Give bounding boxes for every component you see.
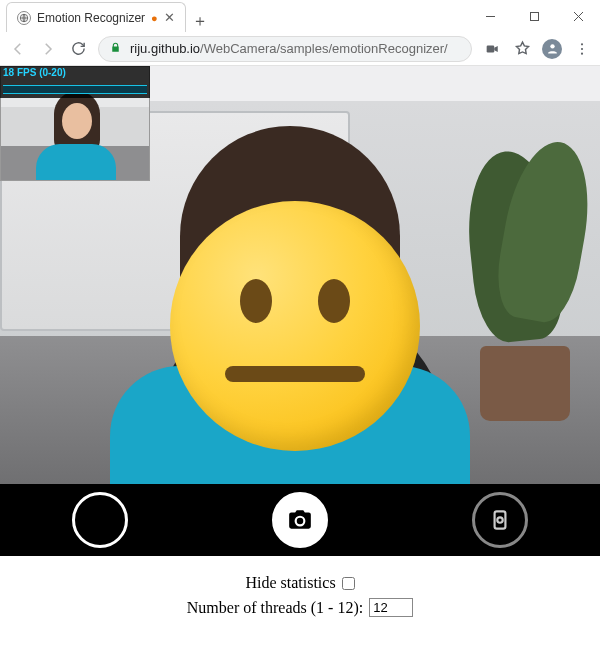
browser-toolbar: riju.github.io/WebCamera/samples/emotion… bbox=[0, 32, 600, 66]
kebab-menu-icon[interactable] bbox=[572, 39, 592, 59]
threads-label: Number of threads (1 - 12): bbox=[187, 599, 363, 617]
close-window-button[interactable] bbox=[556, 0, 600, 32]
threads-input[interactable] bbox=[369, 598, 413, 617]
svg-point-5 bbox=[581, 47, 583, 49]
svg-rect-2 bbox=[486, 45, 494, 52]
svg-point-8 bbox=[497, 517, 502, 522]
url-host: riju.github.io bbox=[130, 41, 200, 56]
tab-strip: Emotion Recognizer ● ✕ ＋ bbox=[0, 0, 214, 32]
tab-close-icon[interactable]: ✕ bbox=[164, 10, 175, 25]
reload-button[interactable] bbox=[68, 39, 88, 59]
window-controls bbox=[468, 0, 600, 32]
titlebar: Emotion Recognizer ● ✕ ＋ bbox=[0, 0, 600, 32]
globe-icon bbox=[17, 11, 31, 25]
svg-point-6 bbox=[581, 52, 583, 54]
shutter-button[interactable] bbox=[272, 492, 328, 548]
emotion-overlay-neutral bbox=[170, 201, 420, 451]
browser-tab[interactable]: Emotion Recognizer ● ✕ bbox=[6, 2, 186, 32]
bookmark-star-icon[interactable] bbox=[512, 39, 532, 59]
switch-camera-button[interactable] bbox=[472, 492, 528, 548]
address-bar[interactable]: riju.github.io/WebCamera/samples/emotion… bbox=[98, 36, 472, 62]
camera-view: 18 FPS (0-20) bbox=[0, 66, 600, 556]
svg-point-4 bbox=[581, 43, 583, 45]
back-button[interactable] bbox=[8, 39, 28, 59]
svg-rect-1 bbox=[530, 12, 538, 20]
hide-stats-checkbox[interactable] bbox=[342, 577, 355, 590]
lock-icon bbox=[109, 41, 122, 57]
record-button[interactable] bbox=[72, 492, 128, 548]
camera-indicator-icon[interactable] bbox=[482, 39, 502, 59]
profile-avatar[interactable] bbox=[542, 39, 562, 59]
maximize-button[interactable] bbox=[512, 0, 556, 32]
settings-panel: Hide statistics Number of threads (1 - 1… bbox=[0, 556, 600, 635]
fps-graph bbox=[3, 80, 147, 94]
tab-loading-indicator: ● bbox=[151, 12, 158, 24]
fps-label: 18 FPS (0-20) bbox=[3, 67, 147, 78]
new-tab-button[interactable]: ＋ bbox=[186, 11, 214, 32]
url-path: /WebCamera/samples/emotionRecognizer/ bbox=[200, 41, 448, 56]
tab-title: Emotion Recognizer bbox=[37, 11, 145, 25]
svg-point-3 bbox=[550, 44, 554, 48]
camera-controls bbox=[0, 484, 600, 556]
url-text: riju.github.io/WebCamera/samples/emotion… bbox=[130, 41, 448, 56]
forward-button[interactable] bbox=[38, 39, 58, 59]
hide-stats-label: Hide statistics bbox=[245, 574, 335, 592]
page-content: 18 FPS (0-20) Hide statistics Number of … bbox=[0, 66, 600, 635]
minimize-button[interactable] bbox=[468, 0, 512, 32]
fps-overlay: 18 FPS (0-20) bbox=[0, 66, 150, 98]
